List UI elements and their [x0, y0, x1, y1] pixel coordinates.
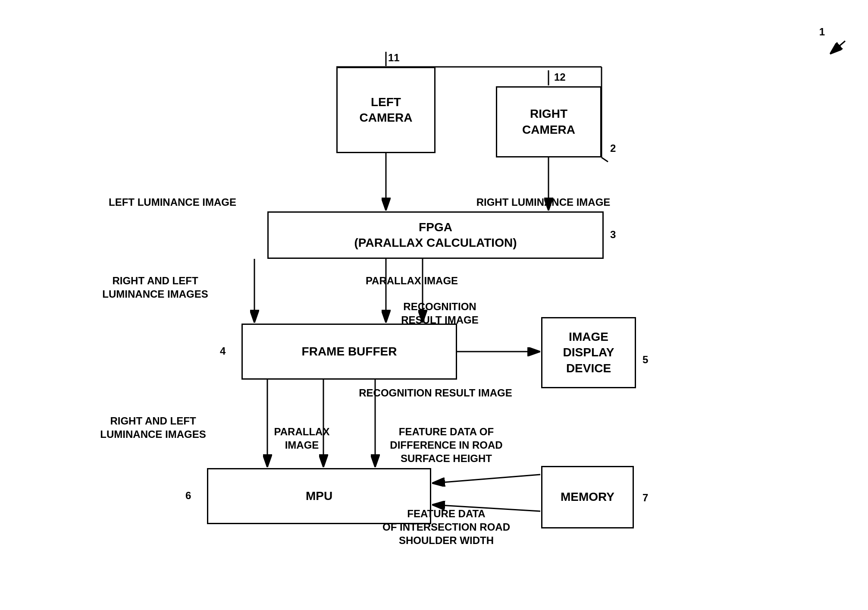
right-left-luminance-1-label: RIGHT AND LEFTLUMINANCE IMAGES [73, 274, 237, 301]
ref-1: 1 [819, 26, 825, 38]
parallax-image-2-label: PARALLAXIMAGE [259, 425, 345, 452]
ref-5: 5 [642, 354, 648, 366]
ref-12: 12 [554, 71, 566, 83]
svg-line-1 [830, 41, 845, 54]
left-luminance-label: LEFT LUMINANCE IMAGE [91, 195, 254, 209]
recognition-result-2-label: RECOGNITION RESULT IMAGE [349, 386, 522, 399]
parallax-image-1-label: PARALLAX IMAGE [358, 274, 466, 287]
frame-buffer-box: FRAME BUFFER [241, 324, 457, 380]
feature-data-road-label: FEATURE DATA OFDIFFERENCE IN ROADSURFACE… [354, 425, 539, 465]
ref-11: 11 [388, 52, 400, 64]
ref-2: 2 [610, 142, 616, 154]
ref-7: 7 [642, 492, 648, 504]
recognition-result-1-label: RECOGNITIONRESULT IMAGE [354, 300, 526, 327]
ref-4: 4 [220, 345, 226, 357]
memory-box: MEMORY [541, 466, 634, 528]
svg-line-14 [432, 475, 540, 483]
image-display-box: IMAGEDISPLAYDEVICE [541, 317, 636, 388]
ref-6: 6 [185, 490, 191, 502]
right-camera-box: RIGHTCAMERA [496, 86, 602, 157]
svg-line-4 [602, 157, 608, 162]
fpga-box: FPGA(PARALLAX CALCULATION) [267, 211, 604, 259]
diagram: 1 LEFTCAMERA 11 RIGHTCAMERA 12 2 FPGA(PA… [0, 0, 868, 610]
ref-3: 3 [610, 229, 616, 241]
feature-data-intersection-label: FEATURE DATAOF INTERSECTION ROADSHOULDER… [354, 507, 539, 547]
left-camera-box: LEFTCAMERA [336, 67, 436, 153]
right-left-luminance-2-label: RIGHT AND LEFTLUMINANCE IMAGES [73, 414, 233, 441]
right-luminance-label: RIGHT LUMINANCE IMAGE [461, 195, 625, 209]
